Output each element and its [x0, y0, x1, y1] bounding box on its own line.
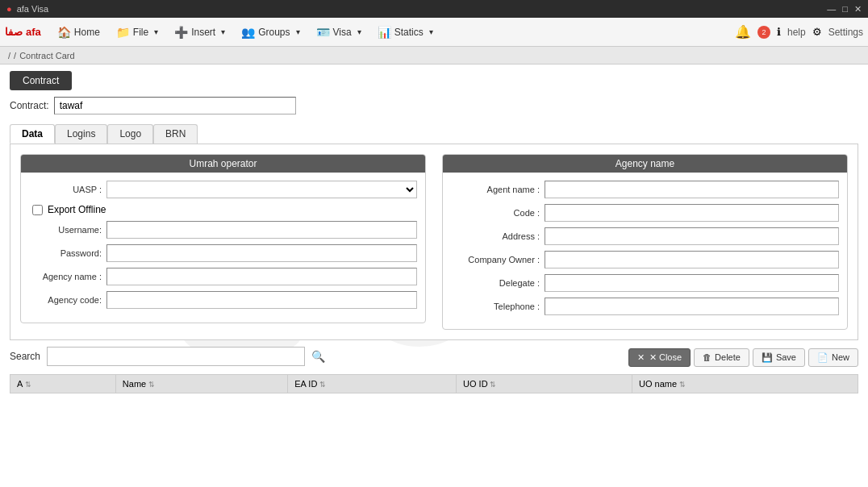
menu-groups[interactable]: 👥 Groups ▾ [235, 23, 306, 42]
contract-field-row: Contract: [10, 97, 858, 114]
col-a-header[interactable]: A [10, 375, 116, 393]
export-offline-label: Export Offline [48, 204, 106, 215]
save-icon: 💾 [762, 352, 773, 363]
app-title: afa Visa [17, 4, 49, 14]
breadcrumb: / / Contract Card [0, 47, 868, 65]
delegate-input[interactable] [545, 274, 839, 292]
new-icon: 📄 [817, 352, 828, 363]
logo-latin: afa [26, 26, 41, 38]
save-button[interactable]: 💾 Save [753, 348, 805, 367]
search-bar: Search 🔍 [10, 347, 325, 366]
data-table: A Name EA ID UO ID UO name [10, 374, 858, 393]
tabs-section: Data Logins Logo BRN Umrah operator UASP… [0, 118, 868, 340]
contract-button[interactable]: Contract [10, 71, 72, 90]
umrah-operator-body: UASP : Export Offline Username: [21, 173, 425, 323]
telephone-input[interactable] [545, 298, 839, 315]
col-ea-id-header[interactable]: EA ID [288, 375, 457, 393]
tab-data[interactable]: Data [10, 124, 55, 144]
address-input[interactable] [545, 227, 839, 245]
username-input[interactable] [106, 221, 417, 239]
search-label: Search [10, 351, 40, 362]
delete-button[interactable]: 🗑 Delete [694, 348, 749, 367]
agency-name-panel: Agency name Agent name : Code : [442, 154, 848, 330]
info-icon[interactable]: ℹ [777, 26, 781, 38]
agency-code-row: Agency code: [29, 291, 417, 309]
settings-link[interactable]: Settings [828, 27, 863, 38]
export-offline-checkbox[interactable] [32, 205, 43, 215]
menu-insert[interactable]: ➕ Insert ▾ [168, 23, 232, 42]
umrah-operator-panel: Umrah operator UASP : Export Offline [20, 154, 426, 330]
company-owner-input[interactable] [545, 251, 839, 268]
uasp-row: UASP : [29, 181, 417, 198]
export-offline-row: Export Offline [29, 204, 417, 215]
menu-visa[interactable]: 🪪 Visa ▾ [310, 23, 368, 42]
address-row: Address : [451, 227, 839, 245]
file-chevron-icon: ▾ [154, 27, 158, 36]
title-bar: ● afa Visa — □ ✕ [0, 0, 868, 18]
contract-field-input[interactable] [54, 97, 296, 114]
new-button[interactable]: 📄 New [808, 348, 858, 367]
agent-name-row: Agent name : [451, 181, 839, 198]
tabs-row: Data Logins Logo BRN [10, 124, 858, 144]
username-label: Username: [29, 225, 102, 235]
breadcrumb-separator: / [14, 51, 16, 60]
home-icon: 🏠 [57, 26, 71, 39]
close-button[interactable]: ✕ ✕ Close [628, 348, 691, 367]
gear-icon[interactable]: ⚙ [812, 26, 822, 38]
uasp-label: UASP : [29, 185, 102, 194]
close-icon: ✕ [637, 352, 645, 363]
bottom-section: Search 🔍 ✕ ✕ Close 🗑 Delete 💾 Save [0, 340, 868, 393]
tab-content: Umrah operator UASP : Export Offline [10, 144, 858, 340]
groups-chevron-icon: ▾ [296, 27, 300, 36]
statics-icon: 📊 [378, 26, 391, 39]
agent-name-label: Agent name : [451, 185, 540, 194]
agency-name-body: Agent name : Code : Address : [443, 173, 847, 329]
notification-bell-icon[interactable]: 🔔 [735, 24, 751, 40]
menu-statics[interactable]: 📊 Statics ▾ [371, 23, 440, 42]
contract-field-label: Contract: [10, 100, 49, 111]
umrah-operator-header: Umrah operator [21, 155, 425, 173]
agency-name-row: Agency name : [29, 268, 417, 285]
code-row: Code : [451, 204, 839, 222]
insert-icon: ➕ [174, 26, 188, 39]
close-window-button[interactable]: ✕ [854, 4, 862, 15]
minimize-button[interactable]: — [827, 4, 836, 15]
umrah-operator-box: Umrah operator UASP : Export Offline [20, 154, 426, 323]
agency-name-box: Agency name Agent name : Code : [442, 154, 848, 330]
address-label: Address : [451, 231, 540, 241]
insert-chevron-icon: ▾ [221, 27, 225, 36]
code-input[interactable] [545, 204, 839, 222]
col-name-header[interactable]: Name [115, 375, 287, 393]
company-owner-row: Company Owner : [451, 251, 839, 268]
tab-logins[interactable]: Logins [55, 124, 107, 144]
visa-chevron-icon: ▾ [357, 27, 361, 36]
agent-name-input[interactable] [545, 181, 839, 198]
help-link[interactable]: help [787, 27, 806, 38]
maximize-button[interactable]: □ [842, 4, 848, 15]
menu-file[interactable]: 📁 File ▾ [110, 23, 165, 42]
col-uo-name-header[interactable]: UO name [632, 375, 858, 393]
password-input[interactable] [106, 244, 417, 262]
agency-name-header: Agency name [443, 155, 847, 173]
agency-code-label: Agency code: [29, 295, 102, 305]
breadcrumb-home[interactable]: / [8, 51, 10, 60]
telephone-label: Telephone : [451, 302, 540, 311]
tab-logo[interactable]: Logo [107, 124, 153, 144]
code-label: Code : [451, 208, 540, 218]
password-label: Password: [29, 248, 102, 258]
username-row: Username: [29, 221, 417, 239]
search-button[interactable]: 🔍 [311, 350, 325, 363]
agency-code-input[interactable] [106, 291, 417, 309]
app-logo-small: ● [6, 4, 12, 14]
delegate-row: Delegate : [451, 274, 839, 292]
contract-section: Contract Contract: [0, 65, 868, 118]
search-input[interactable] [47, 347, 305, 366]
tab-brn[interactable]: BRN [153, 124, 198, 144]
agency-name-input[interactable] [106, 268, 417, 285]
col-uo-id-header[interactable]: UO ID [457, 375, 632, 393]
menu-home[interactable]: 🏠 Home [51, 23, 106, 42]
panels: Umrah operator UASP : Export Offline [20, 154, 848, 330]
uasp-select[interactable] [106, 181, 417, 198]
main-content: Contract Contract: Data Logins Logo BRN … [0, 65, 868, 487]
file-icon: 📁 [116, 26, 130, 39]
